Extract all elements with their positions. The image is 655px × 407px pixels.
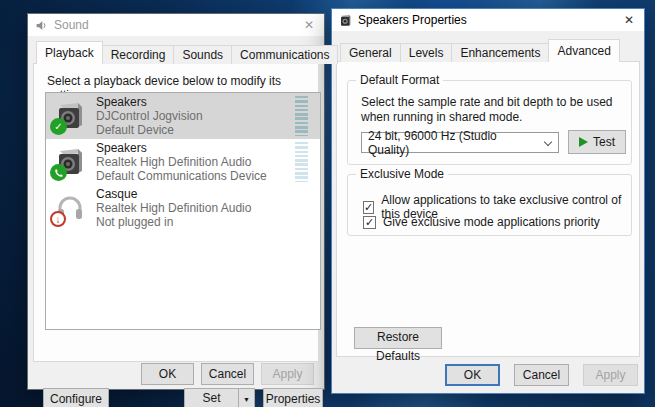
device-row-speakers-realtek[interactable]: Speakers Realtek High Definition Audio D… [46,139,320,185]
headphones-device-icon: ↓ [54,192,86,224]
sound-app-icon [35,19,48,32]
exclusive-priority-checkbox[interactable]: ✓ [363,216,376,229]
speaker-device-icon [54,146,86,178]
tab-recording[interactable]: Recording [102,45,175,64]
test-button-label: Test [593,133,615,152]
default-device-check-icon: ✓ [50,118,67,135]
sound-footer: OK Cancel Apply [28,362,324,389]
default-format-description: Select the sample rate and bit depth to … [361,95,633,125]
sound-tabstrip: Playback Recording Sounds Communications [36,41,337,64]
sample-rate-dropdown[interactable]: 24 bit, 96000 Hz (Studio Quality) [361,132,559,153]
tab-enhancements[interactable]: Enhancements [451,43,549,62]
desktop-wallpaper: Sound ✕ Playback Recording Sounds Commun… [0,0,655,407]
tab-playback[interactable]: Playback [36,41,103,64]
apply-button[interactable]: Apply [583,364,638,386]
speakers-properties-dialog: Speakers Properties ✕ General Levels Enh… [331,8,645,394]
communications-phone-icon [50,164,67,181]
playback-device-list: ✓ Speakers DJControl Jogvision Default D… [45,92,321,330]
tab-general[interactable]: General [340,43,401,62]
device-status: Default Communications Device [96,169,267,183]
properties-button[interactable]: Properties [263,388,323,407]
volume-meter [295,142,308,182]
device-status: Not plugged in [96,215,251,229]
not-plugged-in-icon: ↓ [50,211,66,227]
exclusive-priority-label: Give exclusive mode applications priorit… [383,215,600,229]
device-row-speakers-djcontrol[interactable]: ✓ Speakers DJControl Jogvision Default D… [46,93,320,139]
device-row-casque[interactable]: ↓ Casque Realtek High Definition Audio N… [46,185,320,231]
ok-button[interactable]: OK [445,364,500,386]
speakers-app-icon [339,14,352,27]
device-description: Realtek High Definition Audio [96,155,267,169]
sound-window-title: Sound [54,18,89,32]
device-status: Default Device [96,123,203,137]
set-default-menu-arrow-icon[interactable]: ▼ [238,388,255,407]
sound-dialog: Sound ✕ Playback Recording Sounds Commun… [27,13,325,390]
tab-advanced[interactable]: Advanced [548,39,619,62]
sound-titlebar: Sound ✕ [28,14,324,36]
device-name: Casque [96,187,251,201]
test-button[interactable]: Test [568,130,626,154]
device-description: DJControl Jogvision [96,109,203,123]
play-icon [579,137,588,147]
exclusive-priority-checkrow: ✓ Give exclusive mode applications prior… [363,215,600,229]
apply-button[interactable]: Apply [261,363,314,385]
sample-rate-value: 24 bit, 96000 Hz (Studio Quality) [368,129,536,157]
set-default-button[interactable]: Set Default [184,388,239,407]
device-description: Realtek High Definition Audio [96,201,251,215]
chevron-down-icon [544,138,552,146]
tab-communications[interactable]: Communications [231,45,338,64]
sound-close-icon[interactable]: ✕ [294,14,324,36]
tab-levels[interactable]: Levels [400,43,453,62]
cancel-button[interactable]: Cancel [201,363,254,385]
volume-meter [295,96,308,136]
configure-button[interactable]: Configure [43,388,109,407]
properties-tabstrip: General Levels Enhancements Advanced [340,39,619,62]
speaker-device-icon: ✓ [54,100,86,132]
exclusive-mode-label: Exclusive Mode [356,167,448,181]
exclusive-mode-group: Exclusive Mode ✓ Allow applications to t… [347,174,632,236]
tab-sounds[interactable]: Sounds [173,45,232,64]
properties-window-title: Speakers Properties [358,13,467,27]
device-name: Speakers [96,141,267,155]
properties-close-icon[interactable]: ✕ [614,9,644,31]
cancel-button[interactable]: Cancel [514,364,569,386]
default-format-group: Default Format Select the sample rate an… [347,80,632,165]
restore-defaults-button[interactable]: Restore Defaults [354,327,442,349]
exclusive-control-checkbox[interactable]: ✓ [363,201,374,214]
properties-titlebar: Speakers Properties ✕ [332,9,644,31]
default-format-label: Default Format [356,73,443,87]
device-name: Speakers [96,95,203,109]
ok-button[interactable]: OK [141,363,194,385]
playback-tabpage: Select a playback device below to modify… [33,63,319,362]
advanced-tabpage: Default Format Select the sample rate an… [336,61,640,357]
